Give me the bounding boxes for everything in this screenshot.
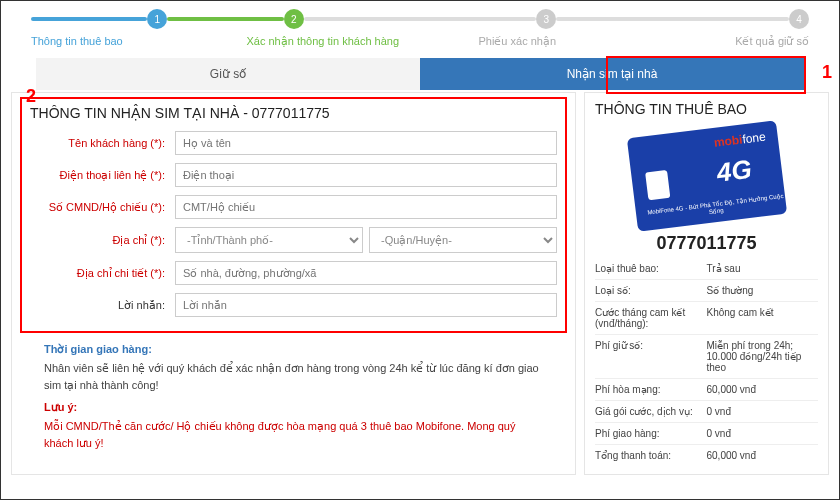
- step-2-dot: 2: [284, 9, 304, 29]
- subscriber-info-table: Loại thuê bao:Trả sauLoại số:Số thườngCư…: [595, 258, 818, 466]
- info-row: Tổng thanh toán:60,000 vnđ: [595, 444, 818, 466]
- info-value: 60,000 vnđ: [707, 384, 819, 395]
- info-key: Phí giao hàng:: [595, 428, 707, 439]
- warning-text: Mỗi CMND/Thẻ căn cước/ Hộ chiếu không đư…: [44, 418, 543, 451]
- label-note: Lời nhắn:: [30, 299, 175, 312]
- delivery-info: Thời gian giao hàng: Nhân viên sẽ liên h…: [24, 339, 563, 455]
- label-phone: Điện thoại liên hệ (*):: [30, 169, 175, 182]
- step-label-4: Kết quả giữ số: [615, 35, 810, 48]
- label-name: Tên khách hàng (*):: [30, 137, 175, 149]
- info-key: Phí giữ số:: [595, 340, 707, 373]
- form-title: THÔNG TIN NHẬN SIM TẠI NHÀ - 0777011775: [30, 105, 557, 121]
- subscriber-title: THÔNG TIN THUÊ BAO: [595, 101, 818, 117]
- tab-receive-sim-label: Nhận sim tại nhà: [567, 67, 658, 81]
- delivery-text: Nhân viên sẽ liên hệ với quý khách để xá…: [44, 360, 543, 393]
- info-key: Cước tháng cam kết (vnđ/tháng):: [595, 307, 707, 329]
- annotation-1: 1: [822, 62, 832, 83]
- info-value: 0 vnđ: [707, 428, 819, 439]
- annotation-box-2: THÔNG TIN NHẬN SIM TẠI NHÀ - 0777011775 …: [20, 97, 567, 333]
- info-key: Tổng thanh toán:: [595, 450, 707, 461]
- step-label-3: Phiếu xác nhận: [420, 35, 615, 48]
- step-label-2: Xác nhận thông tin khách hàng: [226, 35, 421, 48]
- label-cmnd: Số CMND/Hộ chiếu (*):: [30, 201, 175, 214]
- subscriber-panel: THÔNG TIN THUÊ BAO mobifone 4G MobiFone …: [584, 92, 829, 475]
- info-row: Loại số:Số thường: [595, 279, 818, 301]
- step-1-dot: 1: [147, 9, 167, 29]
- step-4-dot: 4: [789, 9, 809, 29]
- tab-hold-number[interactable]: Giữ số: [36, 58, 420, 90]
- info-key: Giá gói cước, dịch vụ:: [595, 406, 707, 417]
- sim-chip-icon: [645, 170, 670, 200]
- info-key: Phí hòa mạng:: [595, 384, 707, 395]
- step-labels: Thông tin thuê bao Xác nhận thông tin kh…: [1, 33, 839, 58]
- tab-receive-sim[interactable]: Nhận sim tại nhà: [420, 58, 804, 90]
- info-key: Loại số:: [595, 285, 707, 296]
- sim-number: 0777011775: [595, 233, 818, 254]
- sim-card-graphic: mobifone 4G MobiFone 4G - Bứt Phá Tốc Độ…: [626, 120, 786, 232]
- info-row: Phí giao hàng:0 vnđ: [595, 422, 818, 444]
- input-cmnd[interactable]: [175, 195, 557, 219]
- info-value: Không cam kết: [707, 307, 819, 329]
- info-value: Số thường: [707, 285, 819, 296]
- select-district[interactable]: -Quận/Huyện-: [369, 227, 557, 253]
- info-row: Phí giữ số:Miễn phí trong 24h; 10.000 đồ…: [595, 334, 818, 378]
- input-phone[interactable]: [175, 163, 557, 187]
- sim-image: mobifone 4G MobiFone 4G - Bứt Phá Tốc Độ…: [595, 123, 818, 254]
- progress-stepper: 1 2 3 4: [1, 1, 839, 33]
- input-name[interactable]: [175, 131, 557, 155]
- info-value: 60,000 vnđ: [707, 450, 819, 461]
- info-row: Loại thuê bao:Trả sau: [595, 258, 818, 279]
- label-detail: Địa chỉ chi tiết (*):: [30, 267, 175, 280]
- info-row: Cước tháng cam kết (vnđ/tháng):Không cam…: [595, 301, 818, 334]
- select-province[interactable]: -Tỉnh/Thành phố-: [175, 227, 363, 253]
- warning-heading: Lưu ý:: [44, 401, 543, 414]
- delivery-heading: Thời gian giao hàng:: [44, 343, 543, 356]
- step-3-dot: 3: [536, 9, 556, 29]
- sim-4g-label: 4G: [715, 154, 753, 189]
- info-value: Miễn phí trong 24h; 10.000 đồng/24h tiếp…: [707, 340, 819, 373]
- input-note[interactable]: [175, 293, 557, 317]
- info-row: Giá gói cước, dịch vụ:0 vnđ: [595, 400, 818, 422]
- label-address: Địa chỉ (*):: [30, 234, 175, 247]
- info-row: Phí hòa mạng:60,000 vnđ: [595, 378, 818, 400]
- form-panel: THÔNG TIN NHẬN SIM TẠI NHÀ - 0777011775 …: [11, 92, 576, 475]
- step-label-1: Thông tin thuê bao: [31, 35, 226, 48]
- input-address-detail[interactable]: [175, 261, 557, 285]
- annotation-2: 2: [26, 86, 36, 107]
- sim-brand: mobifone: [713, 130, 766, 150]
- tab-bar: Giữ số Nhận sim tại nhà: [36, 58, 804, 90]
- info-value: Trả sau: [707, 263, 819, 274]
- info-key: Loại thuê bao:: [595, 263, 707, 274]
- info-value: 0 vnđ: [707, 406, 819, 417]
